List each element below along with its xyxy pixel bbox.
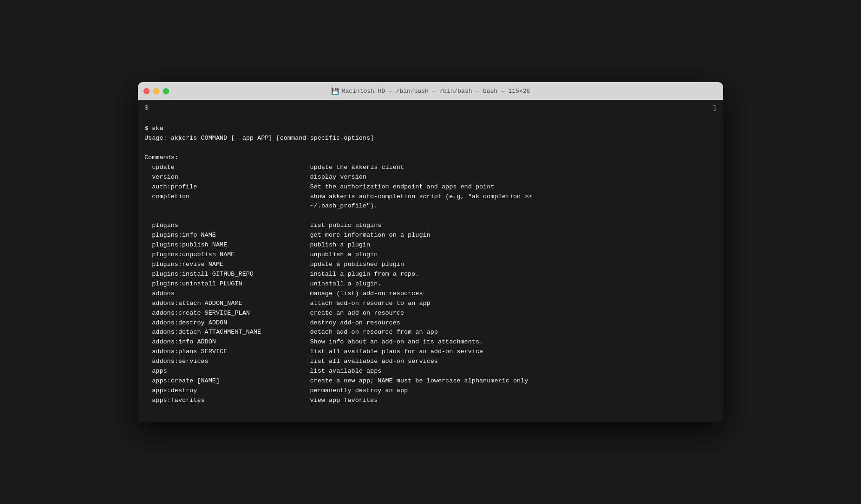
title-bar: 💾 Macintosh HD — /bin/bash — /bin/bash —… xyxy=(138,82,723,100)
window-title-text: Macintosh HD — /bin/bash — /bin/bash — b… xyxy=(342,88,530,95)
terminal-window: 💾 Macintosh HD — /bin/bash — /bin/bash —… xyxy=(138,82,723,422)
terminal-icon: 💾 xyxy=(331,87,339,95)
maximize-button[interactable] xyxy=(163,88,169,94)
minimize-button[interactable] xyxy=(153,88,159,94)
terminal-top-bar: $ ] xyxy=(144,103,717,113)
window-title: 💾 Macintosh HD — /bin/bash — /bin/bash —… xyxy=(331,87,530,95)
close-button[interactable] xyxy=(144,88,150,94)
prompt-line: $ aka Usage: akkeris COMMAND [--app APP]… xyxy=(144,125,532,404)
top-left-char: $ xyxy=(144,103,148,113)
terminal-body[interactable]: $ ] $ aka Usage: akkeris COMMAND [--app … xyxy=(138,100,723,422)
top-right-char: ] xyxy=(713,103,717,113)
terminal-content: $ aka Usage: akkeris COMMAND [--app APP]… xyxy=(144,114,717,415)
traffic-lights xyxy=(144,88,169,94)
